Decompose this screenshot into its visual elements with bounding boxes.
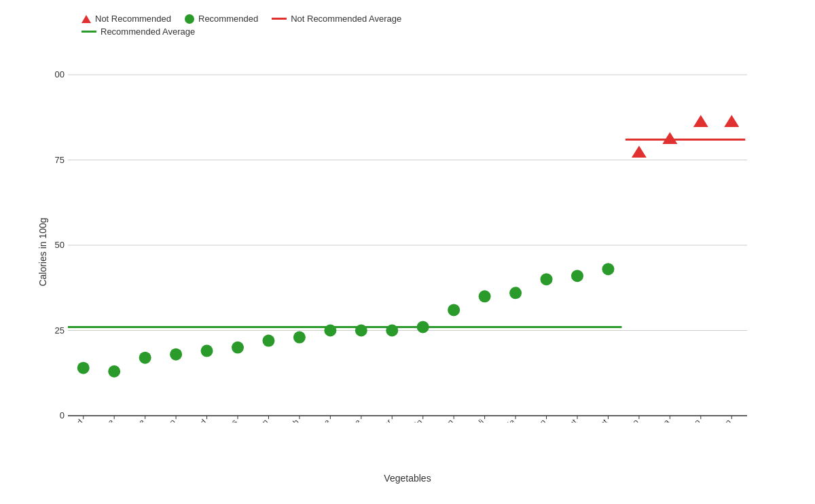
svg-text:Kale: Kale — [499, 417, 517, 422]
svg-point-59 — [139, 352, 151, 364]
svg-point-69 — [448, 304, 460, 316]
svg-text:0: 0 — [60, 410, 65, 420]
svg-text:Aubergine: Aubergine — [299, 417, 332, 422]
y-axis-title: Calories in 100g — [37, 217, 48, 286]
svg-text:Asparagus: Asparagus — [205, 417, 239, 422]
red-line-icon — [272, 18, 287, 20]
svg-text:100: 100 — [54, 69, 65, 79]
svg-point-62 — [232, 342, 244, 354]
svg-text:Mushroom: Mushroom — [236, 417, 270, 422]
svg-point-74 — [602, 263, 614, 275]
svg-text:25: 25 — [55, 325, 65, 336]
svg-text:50: 50 — [55, 240, 65, 250]
svg-point-71 — [509, 287, 522, 299]
svg-point-73 — [571, 270, 583, 282]
svg-text:Pumpkin: Pumpkin — [395, 417, 424, 422]
svg-text:Onion: Onion — [526, 417, 548, 422]
svg-text:Potato: Potato — [617, 417, 641, 422]
svg-marker-77 — [693, 115, 708, 127]
svg-point-58 — [108, 365, 120, 378]
chart-container: Calories in 100g Vegetables Not Recommen… — [0, 0, 815, 504]
svg-point-57 — [77, 362, 90, 374]
svg-point-61 — [201, 345, 213, 357]
svg-marker-78 — [724, 115, 739, 127]
svg-text:Courgette: Courgette — [115, 417, 147, 422]
svg-point-60 — [170, 348, 182, 361]
svg-point-70 — [479, 290, 491, 302]
svg-text:Green Pea: Green Pea — [637, 417, 672, 422]
svg-marker-76 — [662, 132, 677, 144]
svg-point-64 — [293, 331, 306, 344]
svg-point-68 — [417, 321, 429, 333]
chart-svg: 0255075100Bottle gourdIceberg LettuceCou… — [54, 20, 774, 422]
svg-point-66 — [355, 325, 367, 337]
svg-point-65 — [324, 325, 336, 337]
svg-text:Spinach: Spinach — [273, 417, 301, 422]
svg-text:Bottle gourd: Bottle gourd — [54, 417, 85, 422]
svg-text:Bitter gourd: Bitter gourd — [172, 417, 209, 422]
svg-marker-75 — [632, 145, 647, 158]
svg-text:Fine Bean: Fine Bean — [422, 417, 456, 422]
svg-point-72 — [541, 273, 553, 285]
svg-text:Carrot: Carrot — [556, 417, 579, 422]
svg-text:75: 75 — [55, 155, 65, 165]
svg-text:Broccoli: Broccoli — [459, 417, 486, 422]
svg-text:Cauliflower: Cauliflower — [359, 417, 394, 422]
svg-text:Tomato: Tomato — [151, 417, 177, 422]
svg-point-67 — [386, 325, 398, 337]
x-axis-title: Vegetables — [384, 473, 431, 484]
svg-text:Cabbage: Cabbage — [333, 417, 363, 422]
svg-point-63 — [262, 335, 274, 347]
svg-text:Sweetcorn: Sweetcorn — [699, 417, 733, 422]
svg-text:Beetroot: Beetroot — [581, 417, 610, 422]
